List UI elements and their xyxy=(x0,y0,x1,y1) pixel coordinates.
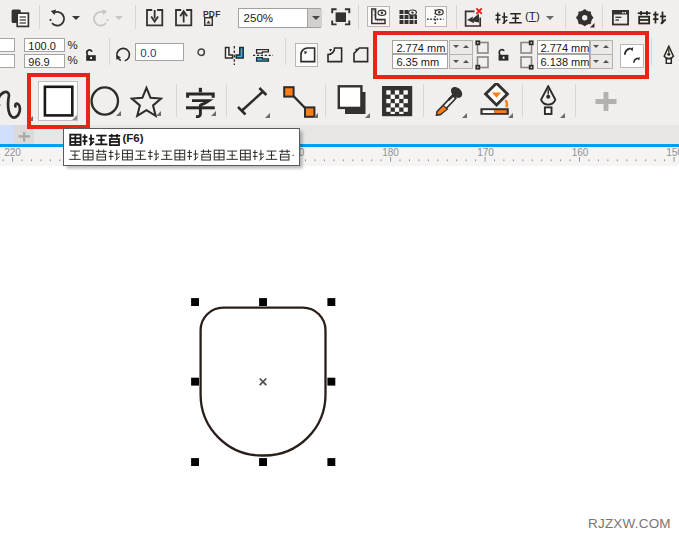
svg-text:170: 170 xyxy=(477,147,494,158)
svg-text:160: 160 xyxy=(572,147,589,158)
svg-text:220: 220 xyxy=(4,147,21,158)
svg-text:180: 180 xyxy=(382,147,399,158)
svg-text:150: 150 xyxy=(666,147,679,158)
